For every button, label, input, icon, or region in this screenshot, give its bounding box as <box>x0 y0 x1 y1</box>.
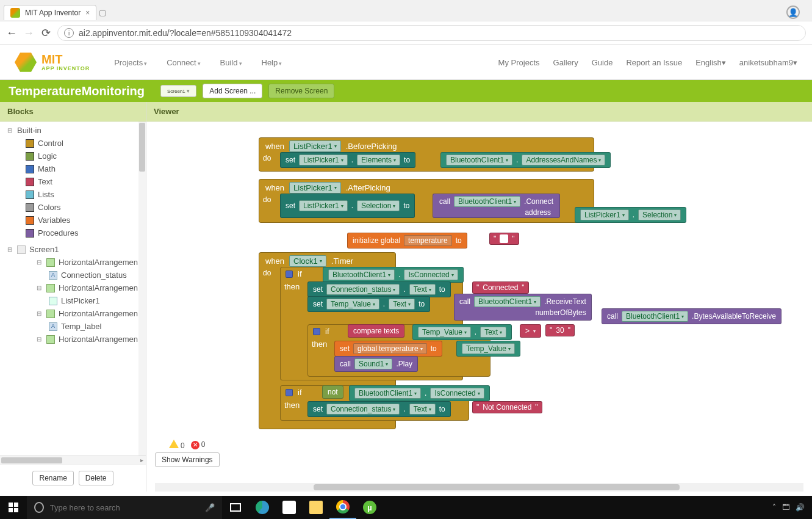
tree-variables[interactable]: Variables <box>5 214 146 227</box>
tray-battery-icon[interactable]: 🗔 <box>782 503 789 512</box>
system-tray[interactable]: ˄ 🗔 🔊 <box>772 503 812 512</box>
set-conn-notconnected[interactable]: setConnection_status▾.Text▾to <box>307 401 451 417</box>
edge-icon <box>256 501 269 514</box>
gear-icon[interactable] <box>286 270 293 278</box>
remove-screen-button[interactable]: Remove Screen <box>268 84 334 98</box>
set-conn-connected[interactable]: setConnection_status▾.Text▾to <box>307 281 451 297</box>
start-button[interactable] <box>0 496 27 519</box>
tree-ha4[interactable]: ⊟HorizontalArrangemen <box>5 333 146 346</box>
set-global-temperature[interactable]: setglobal temperature▾to <box>334 341 442 357</box>
menu-my-projects[interactable]: My Projects <box>498 58 540 67</box>
browser-profile-icon[interactable]: 👤 <box>786 5 800 19</box>
tree-temp-label[interactable]: ATemp_label <box>5 320 146 333</box>
menu-report[interactable]: Report an Issue <box>626 58 682 67</box>
screen-dropdown[interactable]: Screen1 <box>160 85 196 97</box>
set-tempvalue-text[interactable]: setTemp_Value▾.Text▾to <box>307 296 430 312</box>
tree-conn-status[interactable]: AConnection_status <box>5 269 146 281</box>
top-menu: Projects▾ Connect▾ Build▾ Help▾ <box>114 58 282 67</box>
tree-ha3[interactable]: ⊟HorizontalArrangemen <box>5 307 146 320</box>
chrome-button[interactable] <box>329 496 356 519</box>
logo[interactable]: MIT APP INVENTOR <box>15 51 90 73</box>
new-tab-button[interactable]: ▢ <box>96 8 109 17</box>
sidebar-scrollbar-v[interactable] <box>138 122 146 455</box>
tree-ha2[interactable]: ⊟HorizontalArrangemen <box>5 281 146 294</box>
utorrent-button[interactable]: µ <box>356 496 383 519</box>
menu-language[interactable]: English▾ <box>695 58 726 67</box>
text-empty[interactable]: "" <box>489 233 519 245</box>
call-bt-connect[interactable]: callBluetoothClient1▾.Connect address <box>433 194 560 218</box>
tree-math[interactable]: Math <box>5 162 146 175</box>
set-elements[interactable]: setListPicker1▾.Elements▾to <box>280 152 415 168</box>
menu-gallery[interactable]: Gallery <box>553 58 578 67</box>
tree-procedures[interactable]: Procedures <box>5 227 146 239</box>
tree-text[interactable]: Text <box>5 175 146 188</box>
init-global-temperature[interactable]: initialize globaltemperatureto <box>347 233 467 249</box>
menu-user[interactable]: aniketsubham9▾ <box>739 58 797 67</box>
explorer-button[interactable] <box>303 496 329 519</box>
tray-volume-icon[interactable]: 🔊 <box>796 503 805 512</box>
get-tempvalue-text[interactable]: Temp_Value▾.Text▾ <box>412 324 512 340</box>
text-30[interactable]: "30" <box>545 324 575 336</box>
get-addresses-names[interactable]: BluetoothClient1▾.AddressesAndNames▾ <box>440 152 611 168</box>
tree-builtin[interactable]: ⊟Built-in <box>5 124 146 137</box>
taskbar-search-input[interactable] <box>49 503 200 513</box>
set-selection[interactable]: setListPicker1▾.Selection▾to <box>280 194 415 218</box>
back-button[interactable]: ← <box>6 27 17 40</box>
top-menu-right: My Projects Gallery Guide Report an Issu… <box>498 58 797 67</box>
tree-listpicker1[interactable]: ListPicker1 <box>5 294 146 307</box>
favicon <box>10 8 20 18</box>
blocks-canvas[interactable]: whenListPicker1▾.BeforePicking do setLis… <box>146 122 812 483</box>
url-text: ai2.appinventor.mit.edu/?locale=en#58511… <box>79 28 292 38</box>
store-button[interactable] <box>276 496 303 519</box>
forward-button[interactable]: → <box>23 27 34 40</box>
task-view-button[interactable] <box>222 496 249 519</box>
call-receivetext[interactable]: callBluetoothClient1▾.ReceiveText number… <box>454 294 592 321</box>
tree-colors[interactable]: Colors <box>5 201 146 214</box>
viewer-scrollbar-h[interactable] <box>155 483 803 492</box>
taskbar-search[interactable]: 🎤 <box>27 496 222 519</box>
call-bytes-available[interactable]: callBluetoothClient1▾.BytesAvailableToRe… <box>602 308 781 324</box>
tree-screen1[interactable]: ⊟Screen1 <box>5 243 146 256</box>
text-connected[interactable]: "Connected" <box>472 281 529 294</box>
tree-logic[interactable]: Logic <box>5 150 146 162</box>
delete-button[interactable]: Delete <box>79 471 113 485</box>
gear-icon[interactable] <box>286 389 293 396</box>
menu-guide[interactable]: Guide <box>592 58 613 67</box>
add-screen-button[interactable]: Add Screen ... <box>203 84 262 98</box>
menu-connect[interactable]: Connect▾ <box>167 58 200 67</box>
get-selection[interactable]: ListPicker1▾.Selection▾ <box>575 207 686 223</box>
mic-icon[interactable]: 🎤 <box>205 503 215 512</box>
menu-help[interactable]: Help▾ <box>262 58 282 67</box>
call-sound-play[interactable]: callSound1▾.Play <box>334 356 418 372</box>
tree-lists[interactable]: Lists <box>5 188 146 201</box>
tray-chevron-icon[interactable]: ˄ <box>772 503 776 512</box>
show-warnings-button[interactable]: Show Warnings <box>155 452 220 467</box>
not-block[interactable]: not <box>322 385 343 399</box>
bt-isconnected-2[interactable]: BluetoothClient1▾.IsConnected▾ <box>349 385 490 401</box>
edge-button[interactable] <box>249 496 276 519</box>
bt-isconnected-1[interactable]: BluetoothClient1▾.IsConnected▾ <box>323 267 464 283</box>
text-not-connected[interactable]: "Not Connected" <box>472 401 542 413</box>
get-tempvalue[interactable]: Temp_Value▾ <box>456 341 520 357</box>
error-icon: ✕ <box>191 441 199 449</box>
close-tab-icon[interactable]: × <box>85 9 90 17</box>
blocks-sidebar: Blocks ⊟Built-in Control Logic Math Text… <box>0 102 146 492</box>
sidebar-scrollbar-h[interactable]: ◂▸ <box>0 455 146 464</box>
site-info-icon[interactable]: i <box>64 28 74 38</box>
compare-op[interactable]: >▾ <box>520 324 541 338</box>
menu-projects[interactable]: Projects▾ <box>114 58 147 67</box>
logo-mark-icon <box>15 51 37 73</box>
explorer-icon <box>309 501 323 514</box>
gear-icon[interactable] <box>313 328 320 335</box>
menu-build[interactable]: Build▾ <box>220 58 242 67</box>
reload-button[interactable]: ⟳ <box>40 26 51 40</box>
browser-tab[interactable]: MIT App Inventor × <box>4 5 96 20</box>
blocks-tree[interactable]: ⊟Built-in Control Logic Math Text Lists … <box>0 122 146 455</box>
tree-ha1[interactable]: ⊟HorizontalArrangemen <box>5 256 146 269</box>
tree-control[interactable]: Control <box>5 137 146 150</box>
compare-texts[interactable]: compare texts <box>348 324 404 338</box>
logo-text-2: APP INVENTOR <box>41 65 90 71</box>
rename-button[interactable]: Rename <box>32 471 73 485</box>
url-field[interactable]: i ai2.appinventor.mit.edu/?locale=en#585… <box>57 25 806 41</box>
warning-icon <box>169 440 179 448</box>
